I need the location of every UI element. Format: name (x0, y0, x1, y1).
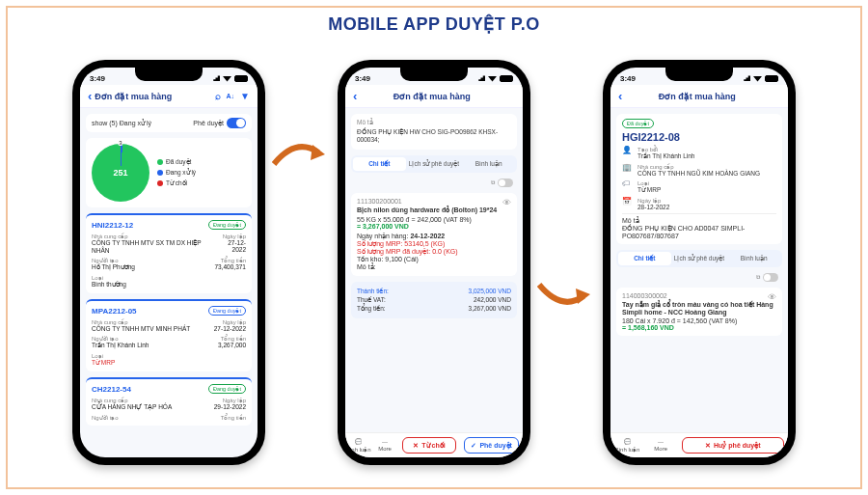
line-item-card[interactable]: 👁 114000300002 Tay nắm giả cổ tròn màu v… (616, 288, 782, 336)
copy-icon[interactable]: ⧉ (491, 179, 495, 186)
footer-more[interactable]: ⋯More (371, 433, 397, 457)
tab-comment[interactable]: Bình luận (727, 252, 780, 265)
filter-bar: show (5) Đang xử lý Phê duyệt (86, 114, 252, 132)
toggle[interactable] (498, 179, 513, 187)
filter-icon[interactable]: ▼ (240, 91, 250, 101)
phone-frame-list: 3:49 ‹ Đơn đặt mua hàng ⌕ A↓ ▼ show (5) … (72, 60, 265, 465)
wifi-icon (223, 75, 231, 82)
po-card[interactable]: MPA2212-05Đang duyệt Nhà cung cấpCÔNG TY… (86, 299, 252, 371)
chat-icon: 💬 (624, 438, 631, 445)
back-icon[interactable]: ‹ (353, 89, 357, 103)
user-icon: 👤 (622, 146, 632, 154)
chat-icon: 💬 (355, 438, 362, 445)
info-card: Đã duyệt HGI2212-08 👤Tạo bởiTrần Thị Khá… (616, 114, 782, 244)
status-badge: Đang duyệt (208, 384, 246, 394)
page-title: MOBILE APP DUYỆT P.O (0, 14, 868, 35)
totals-card: Thành tiền:3,025,000 VND Thuế VAT:242,00… (351, 282, 517, 318)
tab-detail[interactable]: Chi tiết (618, 252, 671, 265)
approve-toggle-label: Phê duyệt (193, 120, 224, 127)
description-card: Mô tả ĐỒNG PHỤ KIỆN HW CHO SIG-PO09862 K… (351, 114, 517, 150)
po-code: HGI2212-08 (622, 131, 776, 143)
more-icon: ⋯ (658, 438, 664, 445)
more-icon: ⋯ (382, 438, 388, 445)
header-title: Đơn đặt mua hàng (95, 92, 208, 101)
header-title: Đơn đặt mua hàng (625, 92, 769, 101)
signal-icon (211, 75, 220, 81)
tag-icon: 🏷 (622, 179, 632, 188)
status-badge: Đang duyệt (208, 220, 246, 230)
back-icon[interactable]: ‹ (88, 89, 92, 103)
pie-chart: 3 251 (92, 144, 149, 202)
phone-frame-approved: 3:49 ‹Đơn đặt mua hàng Đã duyệt HGI2212-… (603, 60, 796, 465)
tab-history[interactable]: Lịch sử phê duyệt (673, 252, 726, 265)
close-icon: ✕ (413, 442, 419, 450)
arrow-icon (272, 135, 330, 174)
legend: Đã duyệt Đang xử lý Từ chối (157, 158, 196, 187)
check-icon: ✓ (471, 442, 476, 450)
tab-detail[interactable]: Chi tiết (353, 157, 406, 171)
arrow-icon (537, 275, 595, 314)
battery-icon (234, 75, 248, 82)
calendar-icon: 📅 (622, 197, 632, 206)
approve-toggle[interactable] (227, 118, 246, 128)
tabs: Chi tiết Lịch sử phê duyệt Bình luận (616, 250, 782, 267)
back-icon[interactable]: ‹ (618, 89, 622, 103)
status-badge: Đã duyệt (622, 119, 654, 128)
cancel-approve-button[interactable]: ✕Huỷ phê duyệt (682, 437, 784, 454)
header-title: Đơn đặt mua hàng (360, 92, 503, 101)
tab-comment[interactable]: Bình luận (462, 157, 515, 171)
footer-bar: 💬Bình luận ⋯More ✕Từ chối ✓Phê duyệt (345, 432, 523, 457)
line-item-card[interactable]: 👁 111300200001 Bịch nilon dùng hardware … (351, 193, 517, 276)
tab-history[interactable]: Lịch sử phê duyệt (408, 157, 461, 171)
reject-button[interactable]: ✕Từ chối (402, 437, 457, 454)
header: ‹ Đơn đặt mua hàng ⌕ A↓ ▼ (80, 85, 258, 108)
copy-icon[interactable]: ⧉ (756, 274, 760, 281)
approve-button[interactable]: ✓Phê duyệt (464, 437, 519, 454)
eye-icon[interactable]: 👁 (502, 198, 511, 207)
filter-text: show (5) Đang xử lý (92, 120, 151, 127)
phone-frame-detail: 3:49 ‹Đơn đặt mua hàng Mô tả ĐỒNG PHỤ KI… (338, 60, 530, 465)
building-icon: 🏢 (622, 163, 632, 172)
chart-card: 3 251 Đã duyệt Đang xử lý Từ chối (86, 138, 252, 207)
tabs: Chi tiết Lịch sử phê duyệt Bình luận (351, 155, 517, 173)
toggle[interactable] (763, 273, 778, 282)
close-icon: ✕ (705, 442, 711, 450)
footer-comment[interactable]: 💬Bình luận (345, 433, 371, 457)
sort-icon[interactable]: A↓ (227, 93, 235, 99)
canvas: MOBILE APP DUYỆT P.O 3:49 ‹ Đơn đặt mua … (0, 0, 868, 495)
status-badge: Đang duyệt (208, 306, 246, 316)
footer-more[interactable]: ⋯More (644, 433, 678, 457)
footer-comment[interactable]: 💬Bình luận (610, 433, 644, 457)
search-icon[interactable]: ⌕ (215, 91, 221, 101)
eye-icon[interactable]: 👁 (768, 292, 776, 302)
po-card[interactable]: CH2212-54Đang duyệt Nhà cung cấpCỬA HÀNG… (86, 377, 252, 426)
po-card[interactable]: HNI2212-12Đang duyệt Nhà cung cấpCÔNG TY… (86, 213, 252, 293)
